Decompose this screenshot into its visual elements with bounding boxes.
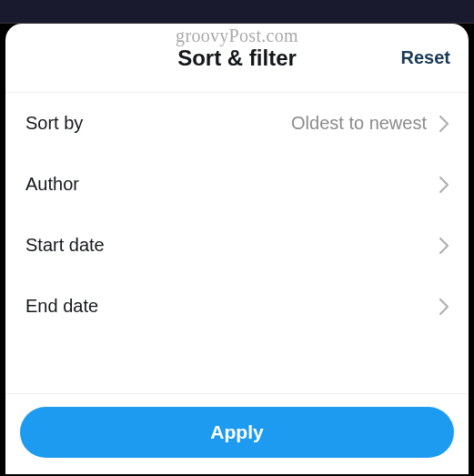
sheet-title: Sort & filter: [177, 46, 297, 71]
chevron-right-icon: [439, 299, 449, 315]
sort-by-label: Sort by: [25, 113, 83, 134]
chevron-right-icon: [439, 177, 449, 193]
chevron-right-icon: [439, 116, 449, 132]
sort-by-right: Oldest to newest: [291, 113, 449, 134]
reset-button[interactable]: Reset: [401, 47, 450, 68]
end-date-row[interactable]: End date: [13, 276, 461, 337]
sort-filter-sheet: Sort & filter Reset Sort by Oldest to ne…: [5, 24, 469, 474]
filter-list: Sort by Oldest to newest Author Start da…: [5, 93, 469, 393]
sheet-header: Sort & filter Reset: [5, 24, 469, 93]
sheet-footer: Apply: [5, 393, 469, 474]
author-right: [427, 177, 449, 193]
end-date-right: [427, 299, 449, 315]
background-top-bar: [0, 0, 474, 24]
sort-by-value: Oldest to newest: [291, 113, 427, 134]
start-date-row[interactable]: Start date: [13, 215, 461, 276]
sort-by-row[interactable]: Sort by Oldest to newest: [13, 93, 461, 154]
start-date-right: [427, 238, 449, 254]
start-date-label: Start date: [25, 235, 105, 256]
author-row[interactable]: Author: [13, 154, 461, 215]
chevron-right-icon: [439, 238, 449, 254]
author-label: Author: [25, 174, 79, 195]
apply-button[interactable]: Apply: [20, 407, 454, 458]
end-date-label: End date: [25, 296, 98, 317]
